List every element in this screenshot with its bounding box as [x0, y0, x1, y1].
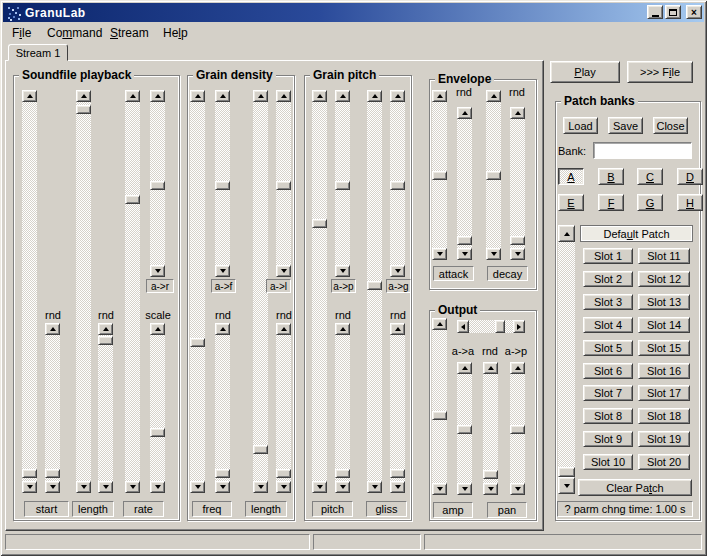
slot-10-button[interactable]: Slot 10: [583, 454, 633, 470]
length-rnd-slider[interactable]: [98, 323, 113, 493]
scroll-down-button[interactable]: [367, 481, 382, 493]
scroll-up-button[interactable]: [125, 90, 140, 102]
slot-19-button[interactable]: Slot 19: [638, 431, 690, 447]
scroll-thumb[interactable]: [276, 181, 291, 190]
a-to-pan-slider[interactable]: [510, 362, 525, 495]
scroll-thumb[interactable]: [558, 467, 575, 477]
scroll-thumb[interactable]: [486, 171, 501, 180]
scroll-down-button[interactable]: [312, 481, 327, 493]
scroll-up-button[interactable]: [367, 90, 382, 102]
scroll-thumb[interactable]: [457, 236, 472, 245]
scroll-thumb[interactable]: [510, 425, 525, 434]
decay-slider[interactable]: [486, 90, 501, 260]
bank-d-button[interactable]: D: [677, 168, 703, 185]
scroll-up-button[interactable]: [483, 362, 498, 374]
scroll-thumb[interactable]: [367, 281, 382, 290]
slot-18-button[interactable]: Slot 18: [638, 408, 690, 424]
scroll-thumb[interactable]: [432, 411, 447, 420]
start-rnd-slider[interactable]: [45, 323, 60, 493]
scroll-down-button[interactable]: [432, 248, 447, 260]
bank-e-button[interactable]: E: [558, 194, 584, 211]
scroll-thumb[interactable]: [215, 181, 230, 190]
scroll-down-button[interactable]: [22, 481, 37, 493]
tab-stream-1[interactable]: Stream 1: [8, 44, 68, 61]
gliss-slider[interactable]: [367, 90, 382, 493]
attack-rnd-slider[interactable]: [457, 107, 472, 260]
scroll-thumb[interactable]: [76, 105, 91, 114]
scroll-down-button[interactable]: [150, 481, 165, 493]
freq-slider[interactable]: [190, 90, 205, 493]
scroll-thumb[interactable]: [45, 469, 60, 478]
to-file-button[interactable]: >>> File: [627, 61, 693, 83]
scroll-down-button[interactable]: [510, 248, 525, 260]
scroll-up-button[interactable]: [432, 90, 447, 102]
scroll-up-button[interactable]: [432, 318, 447, 330]
rate-scale-slider[interactable]: [150, 323, 165, 493]
clear-patch-button[interactable]: Clear Patch: [578, 479, 692, 496]
scroll-thumb[interactable]: [125, 195, 140, 204]
slot-6-button[interactable]: Slot 6: [583, 363, 633, 379]
menu-file[interactable]: File: [10, 25, 33, 41]
amp-slider[interactable]: [432, 318, 447, 495]
scroll-up-button[interactable]: [312, 90, 327, 102]
scroll-up-button[interactable]: [457, 362, 472, 374]
scroll-up-button[interactable]: [150, 90, 165, 102]
bank-b-button[interactable]: B: [598, 168, 624, 185]
scroll-up-button[interactable]: [558, 225, 575, 242]
slot-15-button[interactable]: Slot 15: [638, 340, 690, 356]
attack-slider[interactable]: [432, 90, 447, 260]
scroll-up-button[interactable]: [510, 107, 525, 119]
bank-g-button[interactable]: G: [637, 194, 663, 211]
scroll-up-button[interactable]: [150, 323, 165, 335]
bank-h-button[interactable]: H: [677, 194, 703, 211]
scroll-down-button[interactable]: [150, 265, 165, 277]
close-button[interactable]: ×: [686, 5, 702, 19]
scroll-up-button[interactable]: [253, 90, 268, 102]
slot-12-button[interactable]: Slot 12: [638, 271, 690, 287]
load-button[interactable]: Load: [563, 117, 598, 134]
length-slider[interactable]: [76, 90, 91, 493]
bank-f-button[interactable]: F: [598, 194, 624, 211]
scroll-down-button[interactable]: [335, 481, 350, 493]
scroll-up-button[interactable]: [215, 323, 230, 335]
maximize-button[interactable]: [665, 5, 681, 19]
scroll-down-button[interactable]: [190, 481, 205, 493]
slot-4-button[interactable]: Slot 4: [583, 317, 633, 333]
scroll-up-button[interactable]: [390, 323, 405, 335]
scroll-down-button[interactable]: [457, 483, 472, 495]
slot-3-button[interactable]: Slot 3: [583, 294, 633, 310]
scroll-thumb[interactable]: [335, 181, 350, 190]
scroll-thumb[interactable]: [390, 181, 405, 190]
scroll-thumb[interactable]: [457, 425, 472, 434]
bank-a-button[interactable]: A: [558, 168, 584, 185]
scroll-down-button[interactable]: [432, 483, 447, 495]
slot-11-button[interactable]: Slot 11: [638, 248, 690, 264]
scroll-down-button[interactable]: [125, 481, 140, 493]
scroll-down-button[interactable]: [45, 481, 60, 493]
scroll-thumb[interactable]: [253, 445, 268, 454]
scroll-up-button[interactable]: [486, 90, 501, 102]
slot-13-button[interactable]: Slot 13: [638, 294, 690, 310]
slot-5-button[interactable]: Slot 5: [583, 340, 633, 356]
scroll-down-button[interactable]: [276, 481, 291, 493]
a-to-p-slider[interactable]: [335, 90, 350, 277]
scroll-down-button[interactable]: [76, 481, 91, 493]
scroll-thumb[interactable]: [98, 336, 113, 345]
menu-command[interactable]: Command: [45, 25, 104, 41]
scroll-down-button[interactable]: [276, 265, 291, 277]
slot-16-button[interactable]: Slot 16: [638, 363, 690, 379]
scroll-up-button[interactable]: [190, 90, 205, 102]
scroll-up-button[interactable]: [457, 107, 472, 119]
a-to-r-slider[interactable]: [150, 90, 165, 277]
close-patch-button[interactable]: Close: [653, 117, 688, 134]
scroll-down-button[interactable]: [335, 265, 350, 277]
a-to-f-slider[interactable]: [215, 90, 230, 277]
scroll-up-button[interactable]: [22, 90, 37, 102]
default-patch-button[interactable]: Default Patch: [580, 225, 693, 242]
pan-rnd-slider[interactable]: [483, 362, 498, 495]
patch-slots-scrollbar[interactable]: [558, 225, 575, 494]
bank-input[interactable]: [593, 142, 692, 159]
scroll-up-button[interactable]: [98, 323, 113, 335]
scroll-thumb[interactable]: [510, 236, 525, 245]
slot-9-button[interactable]: Slot 9: [583, 431, 633, 447]
